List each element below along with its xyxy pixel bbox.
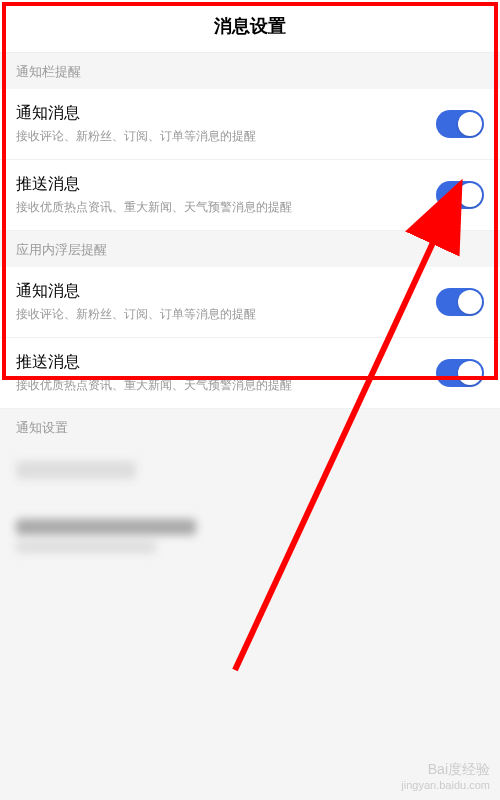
- setting-desc: 接收优质热点资讯、重大新闻、天气预警消息的提醒: [16, 199, 436, 216]
- toggle-knob: [458, 361, 482, 385]
- push-message-toggle-2[interactable]: [436, 359, 484, 387]
- section-header-notification-settings: 通知设置: [0, 409, 500, 445]
- toggle-knob: [458, 290, 482, 314]
- section-header-in-app: 应用内浮层提醒: [0, 231, 500, 267]
- toggle-knob: [458, 183, 482, 207]
- setting-text: 推送消息 接收优质热点资讯、重大新闻、天气预警消息的提醒: [16, 174, 436, 216]
- setting-title: 通知消息: [16, 281, 436, 302]
- page-title: 消息设置: [0, 14, 500, 38]
- watermark-url: jingyan.baidu.com: [401, 778, 490, 792]
- watermark: Bai度经验 jingyan.baidu.com: [401, 760, 490, 792]
- setting-item-push-message-2[interactable]: 推送消息 接收优质热点资讯、重大新闻、天气预警消息的提醒: [0, 338, 500, 409]
- setting-item-notification-message-1[interactable]: 通知消息 接收评论、新粉丝、订阅、订单等消息的提醒: [0, 89, 500, 160]
- setting-text: 通知消息 接收评论、新粉丝、订阅、订单等消息的提醒: [16, 281, 436, 323]
- watermark-logo: Bai度经验: [401, 760, 490, 778]
- blurred-content: [0, 445, 500, 599]
- setting-text: 推送消息 接收优质热点资讯、重大新闻、天气预警消息的提醒: [16, 352, 436, 394]
- setting-text: 通知消息 接收评论、新粉丝、订阅、订单等消息的提醒: [16, 103, 436, 145]
- toggle-knob: [458, 112, 482, 136]
- setting-title: 推送消息: [16, 174, 436, 195]
- page-header: 消息设置: [0, 0, 500, 53]
- setting-desc: 接收评论、新粉丝、订阅、订单等消息的提醒: [16, 306, 436, 323]
- push-message-toggle-1[interactable]: [436, 181, 484, 209]
- setting-title: 通知消息: [16, 103, 436, 124]
- setting-title: 推送消息: [16, 352, 436, 373]
- notification-message-toggle-2[interactable]: [436, 288, 484, 316]
- setting-desc: 接收优质热点资讯、重大新闻、天气预警消息的提醒: [16, 377, 436, 394]
- setting-item-push-message-1[interactable]: 推送消息 接收优质热点资讯、重大新闻、天气预警消息的提醒: [0, 160, 500, 231]
- section-header-notification-bar: 通知栏提醒: [0, 53, 500, 89]
- setting-item-notification-message-2[interactable]: 通知消息 接收评论、新粉丝、订阅、订单等消息的提醒: [0, 267, 500, 338]
- notification-message-toggle-1[interactable]: [436, 110, 484, 138]
- settings-screen: 消息设置 通知栏提醒 通知消息 接收评论、新粉丝、订阅、订单等消息的提醒 推送消…: [0, 0, 500, 800]
- setting-desc: 接收评论、新粉丝、订阅、订单等消息的提醒: [16, 128, 436, 145]
